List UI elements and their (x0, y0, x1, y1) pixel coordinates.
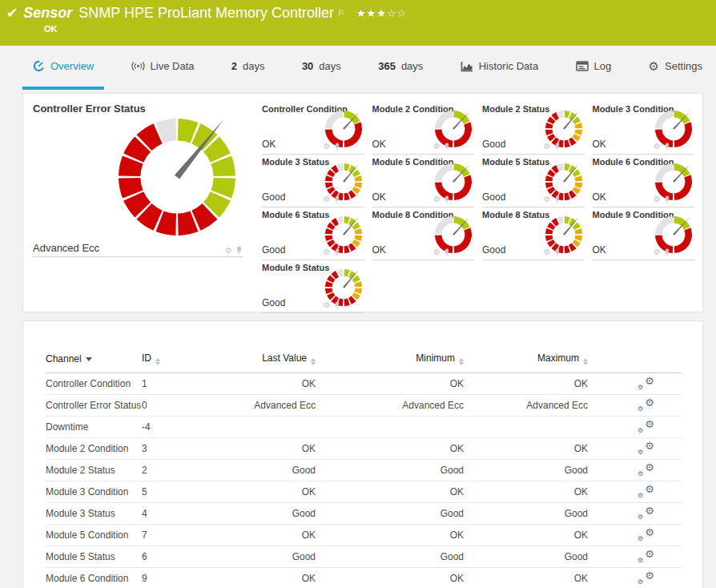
gear-icon: ⚙ (649, 60, 659, 73)
gauge-pin-icon[interactable] (334, 143, 340, 151)
gauge-value: OK (372, 244, 386, 256)
gauge-cell: Module 2 Condition OK ⚙ (372, 102, 475, 155)
gauge-settings-gear-icon[interactable]: ⚙ (544, 248, 551, 256)
object-type-label: Sensor (23, 5, 72, 22)
tab-live-data[interactable]: Live Data (121, 46, 205, 90)
gauge-settings-gear-icon[interactable]: ⚙ (654, 195, 661, 203)
channel-row: Module 2 Status 2 Good Good Good ⚙⚙ (46, 460, 682, 481)
gauge-cell: Module 5 Condition OK ⚙ (372, 155, 475, 207)
gauge-settings-gear-icon[interactable]: ⚙ (654, 143, 661, 151)
featured-gauge-cell: Controller Error Status Advanced Ecc ⚙ (23, 94, 252, 257)
small-gauges-grid: Controller Condition OK ⚙ Module 2 Condi… (252, 94, 702, 312)
channel-name-cell: Module 3 Status (46, 503, 142, 525)
flag-icon[interactable]: ⚐ (337, 8, 345, 18)
channel-lastvalue-cell: Good (247, 503, 316, 525)
column-header-last-value[interactable]: Last Value (247, 348, 316, 373)
log-icon (576, 61, 589, 71)
gauge-pin-icon[interactable] (664, 143, 670, 151)
channel-row: Module 5 Status 6 Good Good Good ⚙⚙ (46, 546, 682, 568)
gauge-pin-icon[interactable] (664, 248, 670, 256)
channel-settings-gears-icon[interactable]: ⚙⚙ (637, 549, 654, 563)
channel-settings-gears-icon[interactable]: ⚙⚙ (637, 376, 654, 390)
gauge-pin-icon[interactable] (664, 195, 670, 203)
channel-maximum-cell: OK (464, 568, 588, 588)
gauge-settings-gear-icon[interactable]: ⚙ (544, 143, 551, 151)
gauge-pin-icon[interactable] (554, 248, 561, 256)
channel-minimum-cell: Advanced Ecc (316, 395, 464, 417)
column-header-minimum[interactable]: Minimum (316, 348, 464, 373)
sort-icon (311, 358, 316, 365)
channel-settings-gears-icon[interactable]: ⚙⚙ (637, 441, 654, 455)
gauge-value: Good (482, 244, 505, 256)
channel-settings-gears-icon[interactable]: ⚙⚙ (637, 527, 654, 542)
sort-icon (583, 358, 588, 365)
tab-historic-data[interactable]: Historic Data (450, 46, 549, 90)
gauge-settings-gear-icon[interactable]: ⚙ (324, 195, 331, 203)
tab-2-days[interactable]: 2 days (221, 46, 276, 90)
channel-settings-gears-icon[interactable]: ⚙⚙ (637, 505, 654, 520)
sort-icon (155, 358, 160, 365)
channel-id-cell: 6 (142, 546, 247, 568)
channel-maximum-cell: Good (464, 503, 588, 525)
gauge-settings-gear-icon[interactable]: ⚙ (544, 195, 551, 203)
tab-365-days[interactable]: 365 days (368, 46, 433, 90)
gauge-pin-icon[interactable] (554, 143, 561, 151)
gauge-value: Good (262, 297, 285, 308)
channel-settings-gears-icon[interactable]: ⚙⚙ (637, 570, 654, 585)
channel-id-cell: -4 (142, 417, 247, 438)
channel-id-cell: 7 (142, 525, 247, 546)
gauge-pin-icon[interactable] (334, 301, 340, 309)
priority-stars[interactable]: ★★★☆☆ (356, 7, 407, 19)
channel-lastvalue-cell: Good (247, 546, 316, 568)
gauge-settings-gear-icon[interactable]: ⚙ (654, 248, 661, 256)
column-header-maximum[interactable]: Maximum (464, 348, 588, 373)
channel-settings-gears-icon[interactable]: ⚙⚙ (637, 484, 654, 498)
gauge-pin-icon[interactable] (334, 248, 340, 256)
gauge-cell: Module 9 Condition OK ⚙ (593, 207, 695, 260)
gauge-cell: Module 8 Status Good ⚙ (482, 207, 585, 260)
channel-maximum-cell: OK (464, 373, 588, 395)
gauge-cell: Controller Condition OK ⚙ (262, 102, 364, 155)
tab-log[interactable]: Log (565, 46, 622, 90)
channel-name-cell: Downtime (46, 417, 142, 438)
tab-settings[interactable]: ⚙ Settings (638, 46, 713, 90)
live-icon (131, 61, 145, 71)
channel-settings-gears-icon[interactable]: ⚙⚙ (637, 419, 654, 433)
gauge-cell: Module 6 Status Good ⚙ (262, 207, 364, 260)
channel-id-cell: 2 (142, 460, 247, 481)
overview-gauges-panel: Controller Error Status Advanced Ecc ⚙ C… (22, 93, 703, 312)
channel-id-cell: 1 (142, 373, 247, 395)
gauge-settings-gear-icon[interactable]: ⚙ (324, 143, 331, 151)
channel-row: Module 3 Condition 5 OK OK OK ⚙⚙ (46, 481, 682, 503)
channel-settings-gears-icon[interactable]: ⚙⚙ (637, 397, 654, 412)
gauge-pin-icon[interactable] (235, 246, 243, 255)
channel-maximum-cell: Good (464, 546, 588, 568)
tab-30-days[interactable]: 30 days (292, 46, 352, 90)
gauge-settings-gear-icon[interactable]: ⚙ (433, 248, 440, 256)
gauge-value: Good (262, 244, 285, 256)
gauge-settings-gear-icon[interactable]: ⚙ (433, 143, 440, 151)
channel-lastvalue-cell: Good (247, 460, 316, 481)
tab-overview[interactable]: Overview (22, 46, 104, 90)
gauge-cell: Module 3 Condition OK ⚙ (593, 102, 695, 155)
gauge-settings-gear-icon[interactable]: ⚙ (324, 301, 331, 309)
gauge-settings-gear-icon[interactable]: ⚙ (324, 248, 331, 256)
channel-row: Module 3 Status 4 Good Good Good ⚙⚙ (46, 503, 682, 525)
channel-lastvalue-cell: OK (247, 568, 316, 588)
gauge-settings-gear-icon[interactable]: ⚙ (433, 195, 440, 203)
channel-name-cell: Module 3 Condition (46, 481, 142, 503)
gauge-pin-icon[interactable] (444, 195, 450, 203)
channel-lastvalue-cell: OK (247, 438, 316, 460)
gauge-settings-gear-icon[interactable]: ⚙ (225, 247, 232, 255)
gauge-value: OK (372, 139, 386, 150)
channel-name-cell: Module 2 Condition (46, 438, 142, 460)
column-header-channel[interactable]: Channel (46, 348, 142, 373)
channel-settings-gears-icon[interactable]: ⚙⚙ (637, 462, 654, 477)
gauge-pin-icon[interactable] (554, 195, 561, 203)
featured-gauge-value: Advanced Ecc (33, 242, 99, 256)
gauge-pin-icon[interactable] (444, 248, 450, 256)
channel-row: Module 6 Condition 9 OK OK OK ⚙⚙ (46, 568, 682, 588)
gauge-pin-icon[interactable] (334, 195, 340, 203)
column-header-id[interactable]: ID (142, 348, 247, 373)
gauge-pin-icon[interactable] (444, 143, 450, 151)
